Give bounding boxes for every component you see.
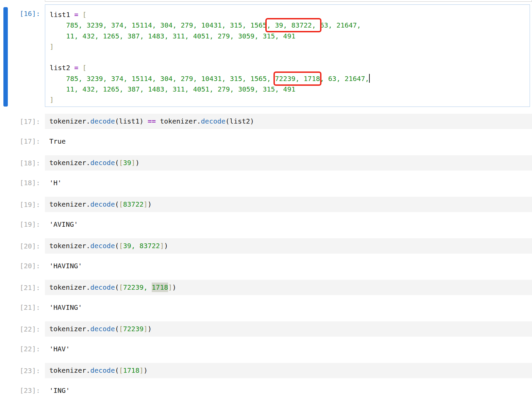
input-prompt[interactable]: [23]: bbox=[0, 363, 40, 378]
output-prompt[interactable]: [17]: bbox=[0, 136, 40, 146]
cell-list: [16]:list1 = [ 785, 3239, 374, 15114, 30… bbox=[0, 4, 532, 401]
code-line: list2 = [ bbox=[50, 63, 530, 73]
output-text: 'HAVING' bbox=[49, 260, 82, 271]
input-prompt[interactable]: [22]: bbox=[0, 321, 40, 337]
code-line: tokenizer.decode([72239, 1718]) bbox=[49, 282, 176, 293]
output-cell-20: [20]:'HAVING' bbox=[0, 260, 532, 271]
code-token: , 63, 21647, bbox=[320, 75, 369, 83]
code-token: ( bbox=[115, 366, 119, 374]
output-text: 'HAV' bbox=[49, 343, 70, 354]
code-token: = bbox=[74, 11, 78, 19]
code-token: tokenizer. bbox=[49, 117, 90, 125]
code-token: ] bbox=[144, 200, 148, 208]
code-token: ] bbox=[131, 159, 135, 167]
output-prompt[interactable]: [22]: bbox=[0, 343, 40, 354]
code-token: tokenizer. bbox=[156, 117, 201, 125]
code-editor[interactable]: list1 = [ 785, 3239, 374, 15114, 304, 27… bbox=[45, 4, 530, 107]
code-token: [ bbox=[119, 242, 123, 250]
output-text: 'HAVING' bbox=[49, 302, 82, 312]
code-editor[interactable]: tokenizer.decode([72239]) bbox=[45, 321, 532, 337]
code-cell-16: [16]:list1 = [ 785, 3239, 374, 15114, 30… bbox=[0, 4, 532, 107]
code-token: decode bbox=[90, 159, 115, 167]
code-token: decode bbox=[90, 325, 115, 333]
code-token: ] bbox=[50, 43, 54, 51]
code-line: ] bbox=[50, 95, 530, 105]
code-token: ( bbox=[115, 159, 119, 167]
code-token: ] bbox=[160, 242, 164, 250]
code-line: 785, 3239, 374, 15114, 304, 279, 10431, … bbox=[50, 74, 530, 84]
code-token: 72239, bbox=[123, 283, 152, 291]
output-prompt[interactable]: [19]: bbox=[0, 219, 40, 229]
code-token: list1 bbox=[50, 11, 74, 19]
code-editor[interactable]: tokenizer.decode([1718]) bbox=[45, 363, 532, 378]
input-prompt[interactable]: [20]: bbox=[0, 238, 40, 254]
code-cell-21: [21]:tokenizer.decode([72239, 1718]) bbox=[0, 280, 532, 295]
output-prompt[interactable]: [20]: bbox=[0, 260, 40, 271]
code-line: tokenizer.decode([72239]) bbox=[49, 324, 152, 334]
input-prompt[interactable]: [17]: bbox=[0, 114, 40, 129]
code-token: ] bbox=[50, 96, 54, 104]
code-line: tokenizer.decode(list1) == tokenizer.dec… bbox=[49, 116, 254, 127]
code-line: ] bbox=[50, 42, 530, 52]
code-token: ) bbox=[148, 200, 152, 208]
code-token: tokenizer. bbox=[49, 200, 90, 208]
code-line: tokenizer.decode([83722]) bbox=[49, 199, 152, 210]
code-token: 39 bbox=[123, 159, 131, 167]
red-annotation-box: 72239, 1718 bbox=[275, 73, 320, 84]
code-token: 785, 3239, 374, 15114, 304, 279, 10431, … bbox=[66, 75, 275, 83]
input-prompt[interactable]: [16]: bbox=[0, 4, 40, 107]
code-line: 11, 432, 1265, 387, 1483, 311, 4051, 279… bbox=[50, 84, 530, 95]
text-cursor bbox=[369, 74, 370, 83]
output-prompt[interactable]: [21]: bbox=[0, 302, 40, 312]
input-prompt[interactable]: [21]: bbox=[0, 280, 40, 295]
code-token: ) bbox=[144, 366, 148, 374]
code-token: ) bbox=[164, 242, 168, 250]
code-editor[interactable]: tokenizer.decode(list1) == tokenizer.dec… bbox=[45, 114, 532, 129]
code-editor[interactable]: tokenizer.decode([39, 83722]) bbox=[45, 238, 532, 254]
output-cell-17: [17]:True bbox=[0, 136, 532, 146]
code-token: 83722 bbox=[123, 200, 144, 208]
code-editor[interactable]: tokenizer.decode([72239, 1718]) bbox=[45, 280, 532, 295]
code-token: == bbox=[148, 117, 156, 125]
code-token: list2 bbox=[50, 64, 74, 72]
code-line: 785, 3239, 374, 15114, 304, 279, 10431, … bbox=[50, 20, 530, 31]
output-cell-18: [18]:'H' bbox=[0, 177, 532, 188]
output-cell-19: [19]:'AVING' bbox=[0, 219, 532, 229]
code-token: tokenizer. bbox=[49, 325, 90, 333]
code-token: tokenizer. bbox=[49, 242, 90, 250]
code-token: decode bbox=[90, 200, 115, 208]
code-line: tokenizer.decode([39]) bbox=[49, 158, 139, 168]
output-prompt[interactable]: [23]: bbox=[0, 385, 40, 396]
code-token: ] bbox=[139, 366, 144, 374]
output-prompt[interactable]: [18]: bbox=[0, 177, 40, 188]
code-token: [ bbox=[82, 64, 86, 72]
highlighted-token: 1718 bbox=[152, 283, 168, 292]
code-line: tokenizer.decode([39, 83722]) bbox=[49, 241, 168, 251]
notebook-panel: [16]:list1 = [ 785, 3239, 374, 15114, 30… bbox=[0, 0, 532, 401]
output-cell-22: [22]:'HAV' bbox=[0, 343, 532, 354]
code-token: ) bbox=[148, 325, 152, 333]
code-token: 785, 3239, 374, 15114, 304, 279, 10431, … bbox=[66, 21, 267, 29]
input-prompt[interactable]: [19]: bbox=[0, 197, 40, 212]
code-token: tokenizer. bbox=[49, 283, 90, 291]
code-editor[interactable]: tokenizer.decode([39]) bbox=[45, 155, 532, 171]
code-token: [ bbox=[119, 283, 123, 291]
code-token: [ bbox=[119, 200, 123, 208]
output-text: 'AVING' bbox=[49, 219, 78, 229]
output-text: 'ING' bbox=[49, 385, 70, 396]
input-prompt[interactable]: [18]: bbox=[0, 155, 40, 171]
code-token bbox=[50, 85, 66, 93]
code-editor[interactable]: tokenizer.decode([83722]) bbox=[45, 197, 532, 212]
code-token: tokenizer. bbox=[49, 159, 90, 167]
code-token: ( bbox=[115, 242, 119, 250]
red-annotation-box: , 39, 83722, bbox=[267, 19, 320, 31]
code-line: list1 = [ bbox=[50, 10, 530, 20]
code-token: 72239 bbox=[123, 325, 144, 333]
code-token: ( bbox=[115, 200, 119, 208]
code-token: decode bbox=[201, 117, 226, 125]
code-token: ( bbox=[115, 283, 119, 291]
output-cell-21: [21]:'HAVING' bbox=[0, 302, 532, 312]
code-line: tokenizer.decode([1718]) bbox=[49, 365, 148, 376]
code-token bbox=[78, 64, 82, 72]
code-token: ] bbox=[168, 283, 172, 291]
